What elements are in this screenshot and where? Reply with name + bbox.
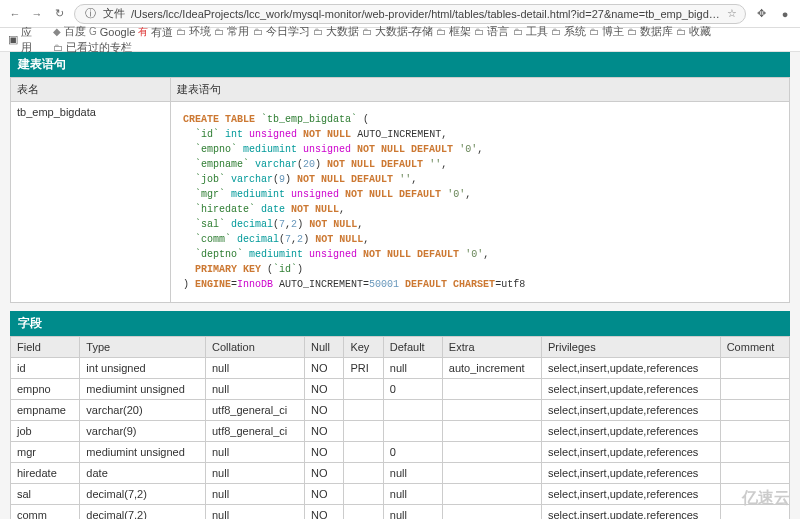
th-key: Key: [344, 337, 383, 358]
table-cell: [720, 505, 789, 520]
table-cell: id: [11, 358, 80, 379]
table-row: empnamevarchar(20)utf8_general_ciNOselec…: [11, 400, 790, 421]
table-cell: [720, 463, 789, 484]
bookmark-item[interactable]: 🗀大数据: [313, 24, 359, 39]
folder-icon: 🗀: [362, 26, 372, 37]
bookmark-item[interactable]: 🗀博主: [589, 24, 624, 39]
table-row: hiredatedatenullNOnullselect,insert,upda…: [11, 463, 790, 484]
table-cell: [720, 358, 789, 379]
table-cell: [442, 463, 541, 484]
th-table-name: 表名: [11, 78, 171, 102]
profile-icon[interactable]: ●: [778, 7, 792, 21]
fields-table: FieldTypeCollationNullKeyDefaultExtraPri…: [10, 336, 790, 519]
table-cell: 0: [383, 379, 442, 400]
bookmark-item[interactable]: 🗀系统: [551, 24, 586, 39]
table-cell: [344, 505, 383, 520]
bookmark-item[interactable]: ◆百度: [53, 24, 86, 39]
th-default: Default: [383, 337, 442, 358]
bookmark-item[interactable]: 🗀大数据-存储: [362, 24, 434, 39]
table-cell: decimal(7,2): [80, 505, 206, 520]
bookmark-item[interactable]: 🗀语言: [474, 24, 509, 39]
bookmark-star-icon[interactable]: ☆: [727, 7, 737, 20]
table-cell: NO: [305, 505, 344, 520]
table-cell: null: [205, 463, 304, 484]
table-cell: empno: [11, 379, 80, 400]
table-cell: [442, 442, 541, 463]
table-cell: [442, 400, 541, 421]
bookmark-item[interactable]: 🗀数据库: [627, 24, 673, 39]
table-cell: null: [205, 379, 304, 400]
th-type: Type: [80, 337, 206, 358]
table-cell: [344, 421, 383, 442]
table-row: mgrmediumint unsignednullNO0select,inser…: [11, 442, 790, 463]
table-row: empnomediumint unsignednullNO0select,ins…: [11, 379, 790, 400]
table-cell: NO: [305, 358, 344, 379]
folder-icon: 🗀: [551, 26, 561, 37]
section-create-header: 建表语句: [10, 52, 790, 77]
folder-icon: G: [89, 26, 97, 37]
table-cell: NO: [305, 484, 344, 505]
toolbar-right: ✥ ●: [754, 7, 792, 21]
bookmark-item[interactable]: 🗀常用: [214, 24, 249, 39]
forward-icon[interactable]: →: [30, 7, 44, 21]
table-cell: job: [11, 421, 80, 442]
table-cell: date: [80, 463, 206, 484]
folder-icon: 🗀: [513, 26, 523, 37]
folder-icon: 🗀: [313, 26, 323, 37]
apps-icon[interactable]: ▣ 应用: [8, 25, 43, 55]
table-cell: decimal(7,2): [80, 484, 206, 505]
table-cell: select,insert,update,references: [541, 442, 720, 463]
bookmark-item[interactable]: 🗀框架: [436, 24, 471, 39]
table-cell: utf8_general_ci: [205, 400, 304, 421]
folder-icon: 🗀: [436, 26, 446, 37]
table-cell: [344, 400, 383, 421]
table-cell: null: [383, 463, 442, 484]
table-cell: [442, 505, 541, 520]
table-cell: 0: [383, 442, 442, 463]
reload-icon[interactable]: ↻: [52, 7, 66, 21]
table-cell: [720, 421, 789, 442]
folder-icon: 🗀: [253, 26, 263, 37]
table-cell: null: [205, 505, 304, 520]
table-cell: [344, 379, 383, 400]
table-cell: null: [205, 442, 304, 463]
table-cell: NO: [305, 400, 344, 421]
table-cell: [442, 484, 541, 505]
create-table: 表名 建表语句 tb_emp_bigdata CREATE TABLE `tb_…: [10, 77, 790, 303]
folder-icon: 有: [138, 25, 148, 39]
table-cell: auto_increment: [442, 358, 541, 379]
extension-icon[interactable]: ✥: [754, 7, 768, 21]
table-row: jobvarchar(9)utf8_general_ciNOselect,ins…: [11, 421, 790, 442]
table-cell: mgr: [11, 442, 80, 463]
table-cell: NO: [305, 421, 344, 442]
table-cell: select,insert,update,references: [541, 400, 720, 421]
bookmark-item[interactable]: GGoogle: [89, 26, 135, 38]
th-comment: Comment: [720, 337, 789, 358]
table-cell: select,insert,update,references: [541, 421, 720, 442]
table-cell: null: [383, 484, 442, 505]
bookmark-item[interactable]: 🗀已看过的专栏: [53, 40, 132, 55]
table-cell: select,insert,update,references: [541, 463, 720, 484]
bookmark-item[interactable]: 🗀环境: [176, 24, 211, 39]
info-icon: ⓘ: [83, 7, 97, 21]
table-cell: select,insert,update,references: [541, 505, 720, 520]
table-cell: NO: [305, 463, 344, 484]
address-bar[interactable]: ⓘ 文件 /Users/lcc/IdeaProjects/lcc_work/my…: [74, 4, 746, 24]
table-cell: varchar(9): [80, 421, 206, 442]
bookmark-item[interactable]: 🗀工具: [513, 24, 548, 39]
table-cell: [344, 442, 383, 463]
bookmark-item[interactable]: 🗀收藏: [676, 24, 711, 39]
table-row: commdecimal(7,2)nullNOnullselect,insert,…: [11, 505, 790, 520]
bookmark-item[interactable]: 有有道: [138, 25, 173, 40]
table-cell: select,insert,update,references: [541, 484, 720, 505]
th-extra: Extra: [442, 337, 541, 358]
table-cell: [720, 442, 789, 463]
table-cell: hiredate: [11, 463, 80, 484]
th-collation: Collation: [205, 337, 304, 358]
table-cell: empname: [11, 400, 80, 421]
table-cell: null: [205, 484, 304, 505]
table-cell: [383, 421, 442, 442]
bookmark-item[interactable]: 🗀今日学习: [253, 24, 310, 39]
table-cell: [720, 484, 789, 505]
back-icon[interactable]: ←: [8, 7, 22, 21]
